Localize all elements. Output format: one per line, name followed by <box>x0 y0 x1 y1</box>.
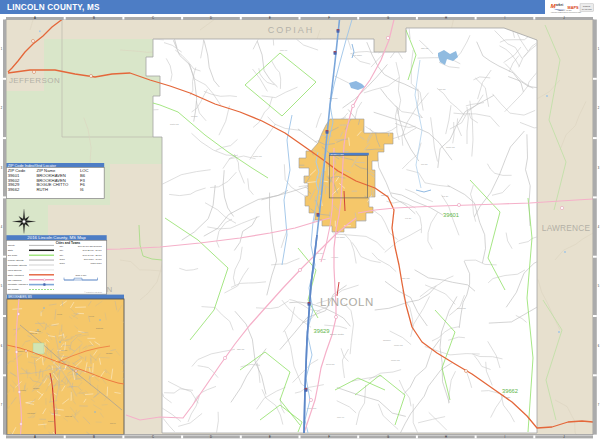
svg-text:E: E <box>269 16 271 20</box>
svg-text:COPIAH: COPIAH <box>268 25 315 35</box>
svg-text:Lee Dr: Lee Dr <box>442 195 449 197</box>
svg-text:ZIP Code: ZIP Code <box>8 254 18 256</box>
svg-text:G: G <box>387 16 389 20</box>
svg-text:MAPS.com: MAPS.com <box>582 8 592 10</box>
svg-text:Toll Roads: Toll Roads <box>8 288 20 290</box>
svg-text:Pine Ln: Pine Ln <box>110 422 116 424</box>
svg-text:© MarketMAPS 2016: © MarketMAPS 2016 <box>84 291 102 293</box>
svg-text:Smith Rd: Smith Rd <box>457 307 466 309</box>
svg-text:Pine Ln: Pine Ln <box>280 49 288 51</box>
svg-text:BROOKHAVEN, MS: BROOKHAVEN, MS <box>8 295 32 299</box>
svg-text:JEFFERSON: JEFFERSON <box>9 76 60 85</box>
svg-text:BROOKHAVEN: BROOKHAVEN <box>331 153 345 155</box>
svg-text:US Highways: US Highways <box>8 279 23 281</box>
svg-text:Hog Chain: Hog Chain <box>335 236 346 238</box>
svg-text:Interstate Highways: Interstate Highways <box>8 283 29 285</box>
svg-text:Bogue Chitto: Bogue Chitto <box>330 333 344 336</box>
svg-text:C: C <box>152 16 154 20</box>
svg-text:2016 Lincoln County, MS Map: 2016 Lincoln County, MS Map <box>27 235 86 240</box>
svg-text:State: State <box>8 249 14 251</box>
svg-text:America’s Leading Source of Re: America’s Leading Source of Reference Ma… <box>551 11 582 13</box>
svg-text:Old Hwy: Old Hwy <box>61 349 68 351</box>
svg-text:Union Rd: Union Rd <box>30 332 37 334</box>
svg-text:Mill Rd: Mill Rd <box>191 115 198 117</box>
svg-text:Union Rd: Union Rd <box>446 146 456 148</box>
svg-text:39601: 39601 <box>443 212 459 218</box>
svg-text:Secondary Streets: Secondary Streets <box>8 264 28 266</box>
svg-text:A: A <box>34 16 36 20</box>
svg-text:Minor Streets: Minor Streets <box>8 269 23 271</box>
svg-text:Jackson: Jackson <box>383 339 391 341</box>
svg-text:Town: Town <box>60 262 66 264</box>
svg-text:Zetus Rd: Zetus Rd <box>326 363 335 365</box>
svg-text:Lee Dr: Lee Dr <box>89 315 95 317</box>
svg-text:Lee Dr: Lee Dr <box>57 313 63 315</box>
svg-text:Hog Chain: Hog Chain <box>27 412 35 414</box>
svg-text:D: D <box>210 16 212 20</box>
svg-text:Ruth: Ruth <box>505 396 511 399</box>
svg-text:Primary Streets: Primary Streets <box>8 259 25 261</box>
svg-text:Any Maps. Any Time.: Any Maps. Any Time. <box>558 9 573 11</box>
svg-text:F: F <box>328 435 330 439</box>
svg-text:LINCOLN COUNTY, MS: LINCOLN COUNTY, MS <box>7 3 100 12</box>
svg-text:Heucks: Heucks <box>35 330 41 332</box>
svg-text:39662: 39662 <box>8 187 20 192</box>
svg-text:LINCOLN: LINCOLN <box>320 296 374 308</box>
svg-text:Old Hwy: Old Hwy <box>402 277 411 279</box>
svg-text:N: N <box>107 285 113 294</box>
svg-text:Mill Rd: Mill Rd <box>421 163 428 165</box>
svg-text:arket: arket <box>556 3 563 7</box>
svg-text:Smith Rd: Smith Rd <box>253 155 262 157</box>
svg-text:Scale 1 Mile: Scale 1 Mile <box>75 274 87 276</box>
svg-text:Smith Rd: Smith Rd <box>170 123 179 125</box>
svg-text:County: County <box>8 244 16 246</box>
svg-text:State Highways: State Highways <box>8 274 25 276</box>
svg-text:Smith Rd: Smith Rd <box>96 327 103 329</box>
svg-text:H: H <box>445 16 447 20</box>
svg-text:Union Rd: Union Rd <box>65 415 72 417</box>
svg-text:Pine Ln: Pine Ln <box>337 416 345 418</box>
svg-text:D: D <box>210 435 212 439</box>
svg-text:A: A <box>34 435 36 439</box>
svg-text:Lee Dr: Lee Dr <box>405 217 412 219</box>
svg-text:G: G <box>387 435 389 439</box>
svg-text:B: B <box>93 435 95 439</box>
svg-text:ZIP Code Index/Grid Locator: ZIP Code Index/Grid Locator <box>8 164 57 168</box>
svg-text:LOCAL: LOCAL <box>583 5 591 7</box>
svg-text:RUTH: RUTH <box>37 187 49 192</box>
svg-text:Oak Rd: Oak Rd <box>237 348 245 350</box>
svg-text:F: F <box>328 16 330 20</box>
svg-text:39629: 39629 <box>313 328 329 334</box>
svg-text:Town: Town <box>60 258 66 260</box>
svg-text:MAPS: MAPS <box>568 6 579 10</box>
svg-text:Union Rd: Union Rd <box>394 344 404 346</box>
svg-text:Sartins: Sartins <box>48 420 53 422</box>
svg-text:H: H <box>445 435 447 439</box>
svg-text:Oak Rd: Oak Rd <box>421 47 429 49</box>
svg-text:E: E <box>269 435 271 439</box>
svg-text:Jackson: Jackson <box>106 352 112 354</box>
svg-text:Sartins: Sartins <box>18 350 23 352</box>
svg-text:Mill Rd: Mill Rd <box>439 88 446 90</box>
svg-text:B: B <box>93 16 95 20</box>
svg-text:Heucks: Heucks <box>20 389 26 391</box>
svg-text:C: C <box>152 435 154 439</box>
svg-text:Jackson: Jackson <box>33 387 39 389</box>
svg-text:Union Rd: Union Rd <box>391 359 401 361</box>
svg-text:LAWRENCE: LAWRENCE <box>542 223 591 233</box>
svg-text:39662: 39662 <box>502 388 518 394</box>
